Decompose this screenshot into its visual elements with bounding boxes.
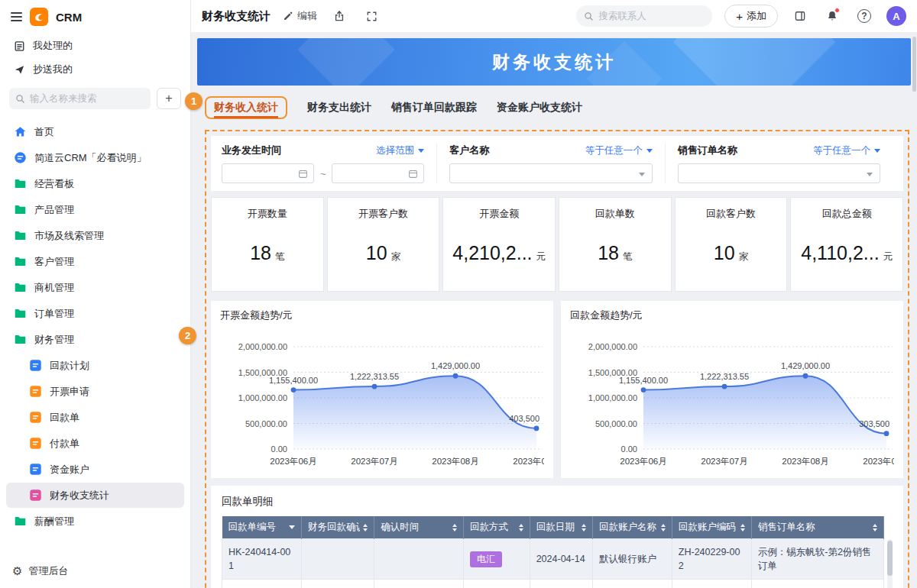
table-scrollbar[interactable]: [887, 539, 893, 588]
column-header[interactable]: 回款账户名称: [592, 516, 672, 539]
chart-text: 2,000,000.00: [588, 342, 637, 351]
contact-search-input[interactable]: 搜索联系人: [576, 5, 712, 27]
admin-console-link[interactable]: ⚙ 管理后台: [0, 554, 190, 588]
quick-link-label: 我处理的: [33, 39, 73, 53]
folder-icon: [14, 333, 27, 346]
chart-text: 1,222,313.55: [350, 372, 399, 381]
filter-operator[interactable]: 选择范围: [376, 144, 424, 157]
status-badge: 电汇: [470, 551, 502, 567]
topbar: 财务收支统计 编辑 搜索联系人 + 添加: [191, 0, 917, 32]
sidebar-item[interactable]: 商机管理: [6, 275, 184, 300]
sort-icon[interactable]: [363, 524, 368, 531]
annotation-dashed-frame: 业务发生时间选择范围~客户名称等于任意一个销售订单名称等于任意一个 开票数量18…: [205, 130, 909, 588]
help-icon[interactable]: ?: [854, 6, 874, 26]
column-header[interactable]: 回款账户编码: [672, 516, 751, 539]
filter-operator[interactable]: 等于任意一个: [585, 144, 653, 157]
chart-text: 500,000.00: [245, 419, 287, 428]
sidebar-item[interactable]: 经营看板: [6, 171, 184, 196]
share-icon[interactable]: [329, 6, 349, 26]
sidebar-item-label: 回款计划: [50, 359, 89, 373]
quick-link[interactable]: 抄送我的: [6, 58, 184, 81]
chart-text: 2,000,000.00: [238, 342, 287, 351]
filter-operator[interactable]: 等于任意一个: [813, 144, 880, 157]
sidebar-item-label: 开票申请: [50, 385, 89, 399]
sidebar-item[interactable]: 回款单: [6, 405, 184, 430]
date-input[interactable]: [332, 163, 424, 183]
dashboard-tab[interactable]: 资金账户收支统计: [497, 101, 582, 115]
sidebar-item[interactable]: 回款计划: [6, 353, 184, 378]
column-header[interactable]: 回款单编号: [222, 516, 302, 539]
table-cell: [374, 539, 464, 580]
plus-icon: +: [736, 11, 743, 22]
column-header[interactable]: 回款日期: [530, 516, 592, 539]
sidebar: CRM 我处理的抄送我的 输入名称来搜索 + 首页简道云CRM「必看说明」经营看…: [0, 0, 191, 588]
gear-icon: ⚙: [12, 564, 22, 578]
sidebar-item[interactable]: 薪酬管理: [6, 509, 184, 534]
table-cell: 默认银行账户: [592, 580, 672, 588]
dashboard-tab[interactable]: 销售订单回款跟踪: [391, 101, 477, 115]
quick-link[interactable]: 我处理的: [6, 34, 184, 57]
sidebar-item[interactable]: 开票申请: [6, 379, 184, 404]
stat-card: 回款客户数10家: [675, 197, 788, 292]
sidebar-item[interactable]: 财务收支统计: [6, 483, 184, 508]
new-app-button[interactable]: +: [157, 88, 181, 109]
notification-dot: [834, 8, 840, 13]
add-button[interactable]: + 添加: [724, 5, 778, 27]
sidebar-item-label: 薪酬管理: [34, 515, 74, 528]
sidebar-item[interactable]: 市场及线索管理: [6, 223, 184, 248]
sidebar-item[interactable]: 客户管理: [6, 249, 184, 274]
sidebar-item[interactable]: 产品管理: [6, 197, 184, 222]
sidebar-item[interactable]: 订单管理: [6, 301, 184, 326]
send-icon: [14, 64, 25, 76]
column-header[interactable]: 确认时间: [374, 516, 464, 539]
sidebar-item[interactable]: 首页: [6, 119, 184, 144]
sort-icon[interactable]: [452, 524, 457, 531]
sidebar-item-label: 付款单: [50, 437, 79, 451]
filter-caret-icon[interactable]: [289, 525, 295, 529]
stat-unit: 元: [536, 250, 546, 263]
column-header[interactable]: 回款方式: [464, 516, 530, 539]
sidebar-item[interactable]: 资金账户: [6, 457, 184, 482]
edit-label: 编辑: [297, 9, 317, 23]
filter-panel: 业务发生时间选择范围~客户名称等于任意一个销售订单名称等于任意一个: [211, 136, 903, 191]
dashboard-tab[interactable]: 财务支出统计: [307, 101, 371, 115]
data-point: [372, 384, 377, 389]
fullscreen-icon[interactable]: [361, 6, 381, 26]
table-row[interactable]: HK-240305-018确认2023-09-24 18:31网上转账2023-…: [222, 580, 884, 588]
sort-icon[interactable]: [519, 524, 523, 531]
sort-icon[interactable]: [873, 524, 877, 531]
collapse-sidebar-icon[interactable]: [11, 12, 22, 21]
sort-icon[interactable]: [740, 524, 745, 531]
sidebar-item-label: 回款单: [50, 411, 79, 425]
column-header[interactable]: 财务回款确认: [301, 516, 374, 539]
sidebar-item-label: 首页: [34, 125, 54, 139]
filter-select[interactable]: [449, 163, 652, 183]
stat-label: 回款客户数: [679, 207, 784, 221]
data-point: [884, 431, 889, 436]
table-cell: ZH-240229-002: [672, 539, 751, 580]
table-row[interactable]: HK-240414-001电汇2024-04-14默认银行账户ZH-240229…: [222, 539, 884, 580]
sidebar-search-input[interactable]: 输入名称来搜索: [9, 88, 151, 109]
date-input[interactable]: [222, 163, 314, 183]
edit-button[interactable]: 编辑: [283, 9, 317, 23]
sort-icon[interactable]: [582, 524, 586, 531]
chart-text: 303,500: [859, 419, 889, 428]
stat-label: 回款单数: [562, 207, 668, 221]
dashboard-tab[interactable]: 财务收入统计: [214, 101, 278, 118]
column-header[interactable]: 销售订单名称: [751, 516, 883, 539]
annotation-highlight-box: 财务收入统计: [205, 96, 287, 119]
user-avatar[interactable]: A: [886, 6, 906, 26]
data-point: [453, 373, 458, 379]
sidebar-item[interactable]: 简道云CRM「必看说明」: [6, 145, 184, 170]
app-blue-icon: [29, 463, 42, 476]
table-cell: 默认银行账户: [592, 539, 672, 580]
filter-select[interactable]: [678, 163, 880, 183]
page-scrollbar[interactable]: [912, 37, 916, 92]
sort-icon[interactable]: [661, 524, 666, 531]
notifications-icon[interactable]: [822, 6, 842, 26]
sidebar-item[interactable]: 财务管理: [6, 327, 184, 352]
stat-value: 10: [366, 242, 387, 264]
table-cell: 2023-09-24 18:31: [374, 580, 464, 588]
panel-toggle-icon[interactable]: [790, 6, 810, 26]
sidebar-item[interactable]: 付款单: [6, 431, 184, 456]
